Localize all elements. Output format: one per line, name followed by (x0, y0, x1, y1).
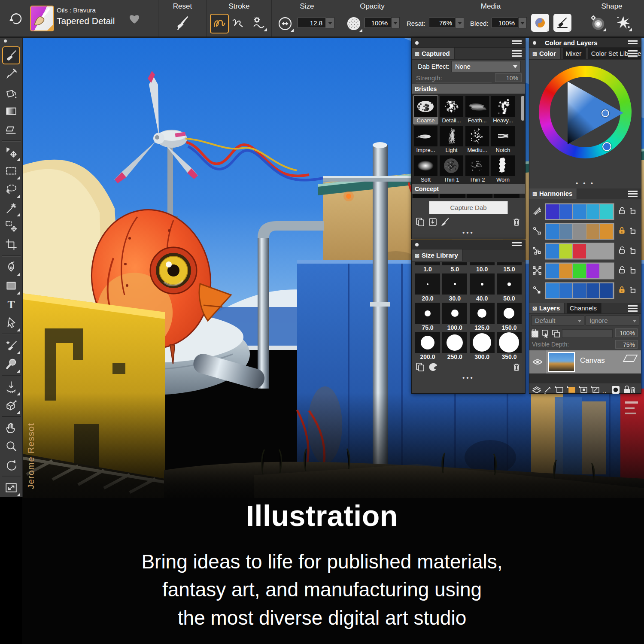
size-swatch[interactable] (470, 303, 495, 324)
dab-item-coarse[interactable]: Coarse (413, 95, 438, 125)
tool-perspective-cube-icon[interactable] (3, 397, 20, 414)
opacity-value-field[interactable]: 100% (365, 18, 391, 28)
opacity-icon[interactable] (345, 15, 363, 33)
brush-preview-tile[interactable] (30, 6, 54, 31)
panel-resize-dots[interactable]: ••• (412, 374, 525, 381)
layer-thumbnail[interactable] (548, 352, 575, 372)
tool-selection-adjuster-icon[interactable] (3, 218, 20, 235)
lock-open-icon[interactable] (619, 246, 625, 256)
sv-selector[interactable] (601, 109, 609, 117)
tool-drip-icon[interactable] (3, 378, 20, 395)
harmony-type-icon[interactable] (532, 246, 542, 258)
tool-zoom-icon[interactable] (3, 438, 20, 455)
dab-library-icon[interactable] (415, 217, 425, 227)
dab-thumbnail[interactable] (440, 155, 463, 176)
preserve-transparency-icon[interactable] (531, 329, 540, 338)
harmony-swatch[interactable] (600, 244, 613, 258)
dab-item-feath[interactable]: Feath... (465, 95, 490, 125)
dab-item-light[interactable]: Light (439, 125, 464, 154)
composite-depth-select[interactable]: Ignore (586, 315, 639, 325)
sat-value-triangle[interactable] (568, 82, 623, 144)
harmony-swatch[interactable] (559, 244, 572, 258)
panel-menu-icon[interactable] (512, 40, 522, 46)
dab-thumbnail[interactable] (491, 155, 515, 176)
harmony-strip[interactable] (545, 282, 614, 299)
tool-shape-select-icon[interactable] (3, 314, 20, 331)
import-dab-icon[interactable] (428, 217, 437, 227)
layer-visibility-toggle[interactable] (529, 350, 546, 374)
tool-rect-select-icon[interactable] (3, 162, 20, 179)
blend-mode-select[interactable]: Default (531, 315, 584, 325)
toolbox-grip-dot[interactable] (4, 39, 7, 43)
save-harmony-icon[interactable] (629, 246, 636, 256)
size-swatch[interactable] (497, 262, 522, 265)
harmony-swatch[interactable] (573, 224, 586, 239)
harmony-swatch[interactable] (559, 204, 572, 219)
harmony-swatch[interactable] (546, 264, 559, 278)
harmony-swatch[interactable] (573, 204, 586, 219)
harmony-type-icon[interactable] (532, 285, 542, 297)
dab-item-impre[interactable]: Impre... (413, 125, 438, 154)
layer-opacity-value[interactable]: 100% (615, 328, 638, 337)
dab-item-mediu[interactable]: Mediu... (465, 125, 490, 154)
tool-magic-wand-icon[interactable] (3, 199, 20, 216)
tool-canvas-resize-icon[interactable] (3, 479, 20, 496)
tool-layer-adjuster-icon[interactable] (3, 144, 20, 161)
harmony-swatch[interactable] (600, 204, 613, 219)
capture-dab-button[interactable]: Capture Dab (429, 201, 508, 214)
tool-pen-icon[interactable] (3, 259, 20, 276)
dab-thumbnail[interactable] (491, 126, 515, 146)
duplicate-layer-icon[interactable] (552, 329, 560, 338)
harmony-swatch[interactable] (546, 204, 559, 219)
size-swatch[interactable] (442, 303, 467, 324)
save-harmony-icon[interactable] (629, 266, 636, 276)
tool-hand-icon[interactable] (3, 419, 20, 437)
harmony-swatch[interactable] (586, 224, 599, 239)
lock-open-icon[interactable] (619, 207, 625, 216)
new-liquid-ink-layer-icon[interactable] (578, 386, 589, 394)
size-swatch[interactable] (470, 273, 495, 295)
dab-effect-select[interactable]: None (451, 61, 521, 72)
tool-sampler-icon[interactable] (3, 355, 20, 373)
tool-brush-icon[interactable] (2, 46, 20, 64)
harmony-swatch[interactable] (573, 283, 586, 298)
tab-captured[interactable]: ⊠Captured (412, 48, 455, 59)
dab-item-thin1[interactable]: Thin 1 (439, 155, 464, 184)
size-swatch[interactable] (497, 332, 522, 353)
size-swatch[interactable] (442, 262, 467, 265)
palette-icon[interactable] (428, 362, 438, 372)
panel-menu-icon[interactable] (628, 40, 638, 46)
dab-thumbnail[interactable] (465, 96, 489, 117)
tool-dynamic-brush-icon[interactable] (3, 337, 20, 354)
new-watercolor-layer-icon[interactable] (566, 386, 577, 394)
tool-crop-icon[interactable] (3, 236, 20, 253)
layer-commands-icon[interactable] (532, 386, 541, 394)
size-swatch[interactable] (442, 332, 467, 353)
harmony-swatch[interactable] (546, 224, 559, 239)
size-dropdown[interactable] (326, 17, 334, 28)
harmony-swatch[interactable] (559, 264, 572, 278)
reset-brush-icon[interactable] (174, 15, 191, 32)
resat-value-field[interactable]: 76% (429, 18, 456, 28)
favorite-heart-icon[interactable] (127, 12, 142, 25)
concept-section-header[interactable]: Concept (412, 184, 525, 194)
harmony-swatch[interactable] (586, 264, 599, 278)
size-swatch[interactable] (415, 273, 440, 295)
airbrush-shape-icon[interactable] (589, 14, 607, 32)
close-tab-icon[interactable]: ⊠ (532, 305, 537, 312)
panel-menu-icon[interactable] (512, 242, 522, 247)
splatter-shape-icon[interactable] (614, 14, 632, 32)
apply-dab-icon[interactable] (440, 217, 450, 227)
dab-thumbnail[interactable] (414, 155, 437, 176)
harmony-swatch[interactable] (600, 224, 613, 239)
resat-dropdown[interactable] (456, 17, 464, 28)
dab-thumbnail[interactable] (414, 96, 437, 117)
save-harmony-icon[interactable] (629, 226, 636, 236)
close-tab-icon[interactable]: ⊠ (415, 252, 419, 259)
color-options-icon[interactable] (628, 50, 638, 58)
tool-paint-bucket-icon[interactable] (3, 84, 20, 101)
layers-options-icon[interactable] (628, 305, 638, 313)
size-swatch[interactable] (470, 262, 495, 265)
harmony-type-icon[interactable] (532, 265, 542, 277)
dab-item-thin2[interactable]: Thin 2 (465, 155, 490, 184)
